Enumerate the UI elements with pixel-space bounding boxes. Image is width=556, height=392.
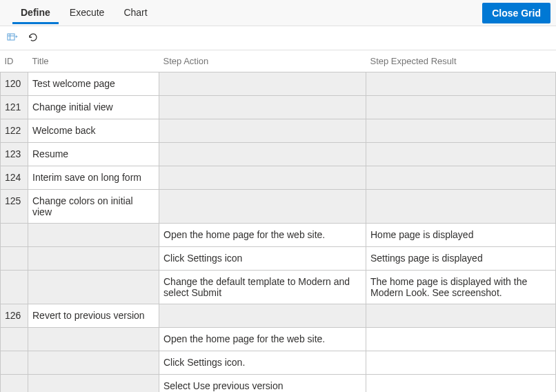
table-row[interactable]: Change the default template to Modern an… <box>1 271 556 304</box>
cell-step-action[interactable] <box>159 143 366 166</box>
cell-id[interactable]: 126 <box>1 304 28 328</box>
cell-id[interactable]: 124 <box>1 166 28 190</box>
cell-title[interactable] <box>28 375 159 393</box>
table-row[interactable]: Select Use previous version <box>1 375 556 393</box>
cell-step-expected-result[interactable]: The home page is displayed with the Mode… <box>366 271 556 304</box>
cell-title[interactable]: Test welcome page <box>28 72 159 96</box>
cell-step-expected-result[interactable] <box>366 375 556 393</box>
cell-id[interactable] <box>1 328 28 351</box>
cell-step-action[interactable]: Change the default template to Modern an… <box>159 271 366 304</box>
column-header-title[interactable]: Title <box>28 50 159 72</box>
cell-step-action[interactable]: Open the home page for the web site. <box>159 224 366 247</box>
cell-step-action[interactable] <box>159 304 366 328</box>
cell-id[interactable]: 120 <box>1 72 28 96</box>
cell-title[interactable]: Welcome back <box>28 119 159 143</box>
table-row[interactable]: Click Settings icon. <box>1 351 556 375</box>
test-cases-grid: ID Title Step Action Step Expected Resul… <box>0 50 556 392</box>
table-row[interactable]: 122Welcome back <box>1 119 556 143</box>
table-row[interactable]: 125Change colors on initial view <box>1 190 556 224</box>
cell-id[interactable] <box>1 247 28 271</box>
cell-id[interactable]: 123 <box>1 143 28 166</box>
tab-define[interactable]: Define <box>12 1 59 24</box>
cell-step-action[interactable]: Click Settings icon <box>159 247 366 271</box>
cell-step-expected-result[interactable] <box>366 304 556 328</box>
table-row[interactable]: Open the home page for the web site. <box>1 328 556 351</box>
cell-id[interactable] <box>1 271 28 304</box>
cell-title[interactable] <box>28 224 159 247</box>
tab-execute[interactable]: Execute <box>61 1 113 24</box>
cell-step-action[interactable]: Open the home page for the web site. <box>159 328 366 351</box>
cell-title[interactable]: Interim save on long form <box>28 166 159 190</box>
column-options-icon[interactable] <box>7 32 18 45</box>
cell-step-expected-result[interactable] <box>366 119 556 143</box>
table-row[interactable]: 123Resume <box>1 143 556 166</box>
cell-step-expected-result[interactable] <box>366 72 556 96</box>
cell-step-expected-result[interactable] <box>366 166 556 190</box>
table-row[interactable]: 126Revert to previous version <box>1 304 556 328</box>
cell-id[interactable]: 121 <box>1 96 28 119</box>
cell-step-expected-result[interactable]: Home page is displayed <box>366 224 556 247</box>
cell-step-expected-result[interactable] <box>366 143 556 166</box>
table-row[interactable]: 120Test welcome page <box>1 72 556 96</box>
cell-step-action[interactable] <box>159 96 366 119</box>
cell-id[interactable] <box>1 224 28 247</box>
cell-step-action[interactable] <box>159 190 366 224</box>
cell-id[interactable]: 125 <box>1 190 28 224</box>
column-header-action[interactable]: Step Action <box>159 50 366 72</box>
cell-id[interactable] <box>1 351 28 375</box>
cell-step-expected-result[interactable] <box>366 351 556 375</box>
table-row[interactable]: Open the home page for the web site.Home… <box>1 224 556 247</box>
cell-title[interactable]: Change colors on initial view <box>28 190 159 224</box>
close-grid-button[interactable]: Close Grid <box>482 3 550 23</box>
cell-title[interactable] <box>28 328 159 351</box>
top-bar: Define Execute Chart Close Grid <box>0 0 556 26</box>
cell-step-expected-result[interactable] <box>366 96 556 119</box>
cell-step-action[interactable] <box>159 72 366 96</box>
toolbar <box>0 26 556 50</box>
cell-step-action[interactable] <box>159 166 366 190</box>
tab-chart[interactable]: Chart <box>115 1 155 24</box>
table-row[interactable]: Click Settings iconSettings page is disp… <box>1 247 556 271</box>
cell-step-expected-result[interactable] <box>366 190 556 224</box>
cell-step-expected-result[interactable]: Settings page is displayed <box>366 247 556 271</box>
cell-title[interactable] <box>28 247 159 271</box>
cell-title[interactable]: Change initial view <box>28 96 159 119</box>
cell-title[interactable]: Resume <box>28 143 159 166</box>
cell-title[interactable] <box>28 351 159 375</box>
cell-step-action[interactable]: Click Settings icon. <box>159 351 366 375</box>
cell-step-action[interactable] <box>159 119 366 143</box>
cell-id[interactable] <box>1 375 28 393</box>
view-tabs: Define Execute Chart <box>6 1 482 24</box>
grid-header-row: ID Title Step Action Step Expected Resul… <box>1 50 556 72</box>
cell-title[interactable] <box>28 271 159 304</box>
cell-id[interactable]: 122 <box>1 119 28 143</box>
cell-step-action[interactable]: Select Use previous version <box>159 375 366 393</box>
cell-step-expected-result[interactable] <box>366 328 556 351</box>
cell-title[interactable]: Revert to previous version <box>28 304 159 328</box>
table-row[interactable]: 124Interim save on long form <box>1 166 556 190</box>
refresh-icon[interactable] <box>28 32 39 45</box>
table-row[interactable]: 121Change initial view <box>1 96 556 119</box>
column-header-result[interactable]: Step Expected Result <box>366 50 556 72</box>
column-header-id[interactable]: ID <box>1 50 28 72</box>
svg-rect-0 <box>8 34 14 40</box>
